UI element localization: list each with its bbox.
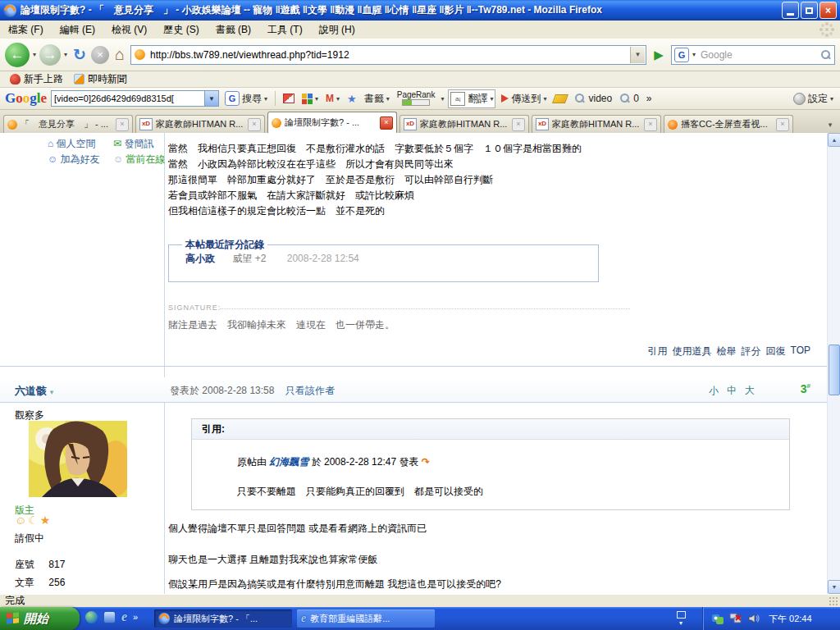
google-engine-icon[interactable]: G — [674, 48, 689, 62]
url-bar[interactable]: ▼ — [130, 45, 646, 65]
back-button[interactable]: ← — [5, 43, 30, 67]
tab-close-icon[interactable]: × — [776, 118, 789, 131]
quote-source-line: 原帖由 幻海飄雪 於 2008-2-28 12:47 發表 ↷ — [237, 455, 430, 469]
search-input[interactable] — [699, 48, 818, 62]
quick-launch-globe-icon[interactable] — [85, 611, 98, 623]
tab-5[interactable]: xD 家庭教師HITMAN R... × — [532, 115, 661, 133]
task-button-firefox[interactable]: 論壇限制字數? - 「... — [154, 609, 292, 628]
menu-edit[interactable]: 編輯 (E) — [52, 21, 103, 39]
go-button[interactable]: ▶ — [649, 45, 669, 65]
chevron-down-icon[interactable]: ▾ — [441, 95, 444, 103]
online-status: ☺ 當前在線 — [113, 153, 166, 167]
tab-close-icon[interactable]: × — [644, 118, 657, 131]
close-button[interactable]: × — [819, 2, 837, 19]
quick-launch-overflow-icon[interactable]: » — [133, 612, 138, 622]
author-menu-caret-icon: ▾ — [50, 388, 54, 396]
url-input[interactable] — [148, 48, 627, 62]
menu-view[interactable]: 檢視 (V) — [103, 21, 155, 39]
forward-dropdown-icon[interactable]: ▾ — [64, 51, 67, 58]
scroll-down-icon[interactable]: ▼ — [828, 580, 840, 594]
pagerank-widget[interactable]: PageRank — [395, 89, 437, 107]
report-link[interactable]: 檢舉 — [717, 345, 737, 358]
apps-button[interactable]: ▾ — [300, 92, 320, 106]
menu-history[interactable]: 歷史 (S) — [155, 21, 207, 39]
top-link[interactable]: TOP — [791, 345, 810, 358]
only-this-author-link[interactable]: 只看該作者 — [285, 384, 335, 398]
reply-link[interactable]: 回復 — [766, 345, 786, 358]
google-query-text[interactable]: [video=0]26d6429d69d8315d[ — [52, 94, 204, 103]
tab-4[interactable]: xD 家庭教師HITMAN R... × — [399, 115, 529, 133]
highlighter-button[interactable] — [552, 93, 568, 105]
floor-number-link[interactable]: 3# — [801, 382, 810, 395]
navigation-toolbar: ← ▾ → ▾ ↻ × ⌂ ▼ ▶ G ▾ — [0, 39, 840, 71]
author-name-link[interactable]: 六道骸 ▾ — [15, 384, 53, 399]
tab-close-icon[interactable]: × — [380, 116, 393, 130]
taskbar-chevron[interactable]: ▾ — [671, 609, 691, 628]
rating-user-link[interactable]: 高小政 — [185, 253, 215, 264]
reload-button[interactable]: ↻ — [71, 45, 89, 64]
tab-close-icon[interactable]: × — [512, 118, 525, 131]
font-large-link[interactable]: 大 — [745, 384, 755, 398]
star-bookmark-button[interactable]: ★ — [345, 91, 358, 107]
tab-6[interactable]: 播客CC-全屏查看视... × — [664, 115, 793, 133]
quick-launch-app-icon[interactable] — [103, 611, 116, 623]
quoted-user-link[interactable]: 幻海飄雪 — [269, 456, 308, 468]
word-find-zero-button[interactable]: 0 — [618, 91, 641, 106]
query-dropdown-icon[interactable]: ▼ — [204, 91, 218, 106]
back-dropdown-icon[interactable]: ▾ — [33, 51, 36, 58]
start-button[interactable]: 開始 — [0, 607, 80, 630]
home-button[interactable]: ⌂ — [112, 45, 128, 64]
quick-launch-ie-icon[interactable]: e — [121, 609, 127, 624]
tray-network-disconnected-icon[interactable] — [729, 612, 742, 625]
tab-3-active[interactable]: 論壇限制字數? - ... × — [267, 112, 397, 133]
tab-close-icon[interactable]: × — [248, 118, 261, 131]
google-search-button[interactable]: G 搜尋 ▾ — [223, 89, 269, 107]
tab-close-icon[interactable]: × — [116, 118, 129, 131]
tray-volume-icon[interactable] — [747, 612, 760, 625]
bookmarks-menu-button[interactable]: 書籤▾ — [363, 90, 391, 107]
task-button-ie[interactable]: e 教育部重編國語辭... — [297, 609, 435, 628]
system-tray: 下午 02:44 — [702, 607, 840, 630]
comic-site-favicon: xD — [139, 118, 153, 130]
settings-button[interactable]: 設定▾ — [792, 90, 835, 107]
avatar[interactable] — [29, 421, 127, 497]
menu-file[interactable]: 檔案 (F) — [0, 21, 52, 39]
minimize-button[interactable] — [782, 2, 799, 19]
rate-link[interactable]: 評分 — [742, 345, 761, 358]
window-icon — [677, 611, 686, 619]
scroll-up-icon[interactable]: ▲ — [828, 133, 840, 147]
engine-dropdown-icon[interactable]: ▾ — [692, 51, 696, 58]
translate-button[interactable]: a¡ 翻譯 ▾ — [448, 89, 495, 108]
bookmark-getting-started[interactable]: 新手上路 — [7, 72, 66, 86]
google-search-combo[interactable]: [video=0]26d6429d69d8315d[ ▼ — [51, 90, 219, 107]
tab-list-dropdown[interactable]: ▾ — [824, 116, 837, 133]
font-small-link[interactable]: 小 — [709, 384, 719, 398]
gmail-button[interactable]: M▾ — [324, 91, 341, 106]
quote-link[interactable]: 引用 — [648, 345, 668, 358]
url-history-dropdown[interactable]: ▼ — [630, 47, 645, 63]
word-find-video-button[interactable]: video — [573, 91, 614, 106]
search-icon[interactable] — [820, 49, 832, 61]
goto-quoted-post-icon[interactable]: ↷ — [422, 456, 430, 468]
menu-help[interactable]: 說明 (H) — [311, 21, 363, 39]
scrollbar-thumb[interactable] — [829, 345, 840, 395]
menu-bookmarks[interactable]: 書籤 (B) — [208, 21, 259, 39]
tab-2[interactable]: xD 家庭教師HITMAN R... × — [135, 115, 265, 133]
forward-button[interactable]: → — [39, 44, 61, 66]
tab-1[interactable]: 「 意見分享 」 - ... × — [3, 115, 133, 133]
restore-button[interactable] — [801, 2, 818, 19]
sendto-button[interactable]: 傳送到▾ — [500, 90, 548, 107]
stop-button[interactable]: × — [91, 46, 109, 64]
toolbar-overflow-button[interactable]: » — [645, 91, 654, 106]
search-bar[interactable]: G ▾ — [671, 45, 835, 65]
add-friend-link[interactable]: ☺ 加為好友 — [48, 153, 100, 167]
bookmark-latest-headlines[interactable]: 即時新聞 — [71, 72, 130, 86]
tray-messenger-icon[interactable] — [711, 612, 724, 625]
use-props-link[interactable]: 使用道具 — [673, 345, 712, 358]
font-medium-link[interactable]: 中 — [727, 384, 737, 398]
photos-button[interactable] — [281, 92, 296, 105]
menu-tools[interactable]: 工具 (T) — [259, 21, 311, 39]
send-message-link[interactable]: ✉ 發簡訊 — [113, 137, 153, 151]
profile-space-link[interactable]: ⌂ 個人空間 — [48, 137, 96, 151]
vertical-scrollbar[interactable]: ▲ ▼ — [827, 133, 840, 594]
